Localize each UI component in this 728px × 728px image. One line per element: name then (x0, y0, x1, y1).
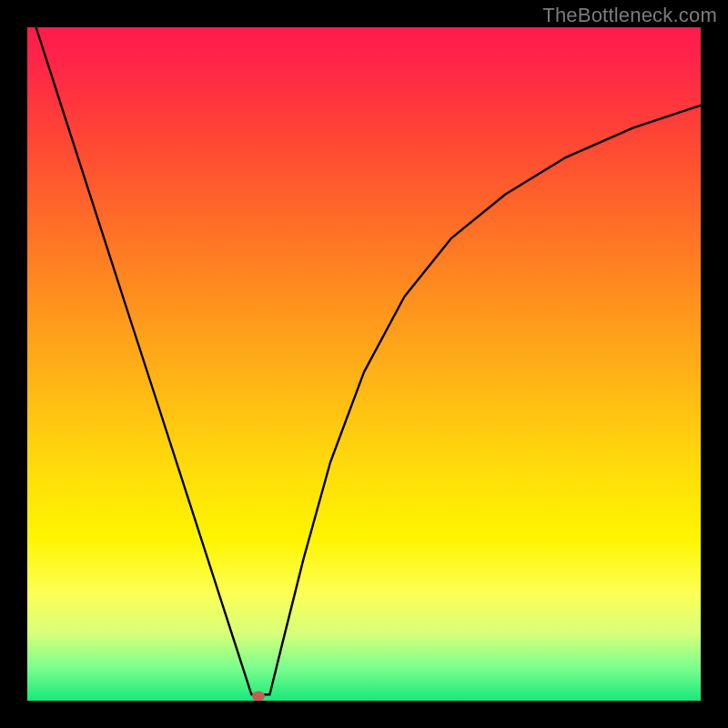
bottleneck-curve (27, 27, 701, 701)
chart-frame: TheBottleneck.com (0, 0, 728, 728)
optimum-marker (252, 691, 265, 701)
watermark-text: TheBottleneck.com (542, 4, 717, 27)
plot-area (27, 27, 701, 701)
